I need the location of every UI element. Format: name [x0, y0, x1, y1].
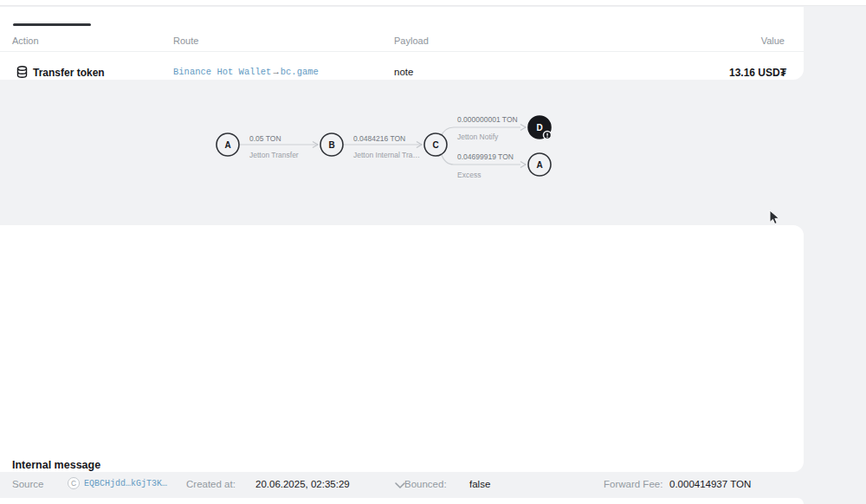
expand-chevron-down-icon[interactable]	[388, 479, 412, 493]
contract-badge: C	[68, 477, 80, 489]
mouse-cursor	[769, 210, 780, 229]
route-from-link[interactable]: Binance Hot Wallet	[173, 67, 271, 77]
header-divider	[0, 51, 804, 52]
route-arrow: →	[271, 67, 280, 77]
actions-table-card: Action Route Payload Value Transfer toke…	[0, 7, 804, 80]
source-address-link[interactable]: EQBCHjdd…kGjT3K…	[84, 479, 167, 488]
edge-label: Jetton Internal Tra…	[353, 151, 420, 159]
edge-amount: 0.0484216 TON	[353, 134, 405, 143]
node-info-badge-icon	[544, 132, 552, 139]
edge-amount: 0.04699919 TON	[457, 152, 514, 161]
edge-label: Jetton Notify	[457, 132, 499, 141]
next-section-card	[0, 498, 804, 504]
svg-text:B: B	[328, 140, 334, 150]
route-cell: Binance Hot Wallet→bc.game	[173, 67, 319, 77]
active-tab-indicator	[13, 23, 91, 26]
trace-node-a2[interactable]: A	[528, 153, 551, 176]
edge-amount: 0.05 TON	[249, 134, 281, 143]
forward-fee-value: 0.000414937 TON	[669, 479, 751, 489]
page: Action Route Payload Value Transfer toke…	[0, 0, 866, 504]
svg-text:A: A	[536, 160, 542, 170]
trace-node-b[interactable]: B	[320, 133, 343, 156]
payload-cell: note	[394, 67, 413, 77]
panel-title: Internal message	[12, 459, 100, 471]
col-header-payload: Payload	[394, 36, 429, 46]
route-to-link[interactable]: bc.game	[281, 67, 319, 77]
col-header-route: Route	[173, 36, 198, 46]
svg-text:D: D	[536, 123, 542, 132]
col-header-action: Action	[12, 36, 39, 46]
edge-label: Excess	[457, 171, 481, 179]
trace-node-a1[interactable]: A	[216, 133, 239, 156]
svg-text:A: A	[224, 140, 230, 150]
trace-node-c[interactable]: C	[424, 133, 447, 156]
edge-label: Jetton Transfer	[249, 151, 299, 159]
created-at-label: Created at:	[186, 479, 236, 489]
internal-message-card: Internal message Source C EQBCHjdd…kGjT3…	[0, 225, 804, 472]
value-cell: 13.16 USD₮	[729, 67, 786, 79]
token-transfer-icon	[16, 66, 28, 81]
edge-amount: 0.000000001 TON	[457, 115, 518, 124]
trace-graph: 0.05 TON Jetton Transfer 0.0484216 TON J…	[199, 95, 563, 199]
tabs-bottom-strip	[0, 0, 866, 6]
trace-node-d[interactable]: D	[528, 116, 552, 139]
action-type-label: Transfer token	[33, 67, 105, 79]
bounced-value: false	[469, 479, 490, 489]
forward-fee-label: Forward Fee:	[604, 479, 662, 489]
source-label: Source	[12, 479, 43, 489]
svg-text:C: C	[432, 140, 438, 150]
created-at-value: 20.06.2025, 02:35:29	[255, 479, 350, 489]
col-header-value: Value	[761, 36, 785, 46]
